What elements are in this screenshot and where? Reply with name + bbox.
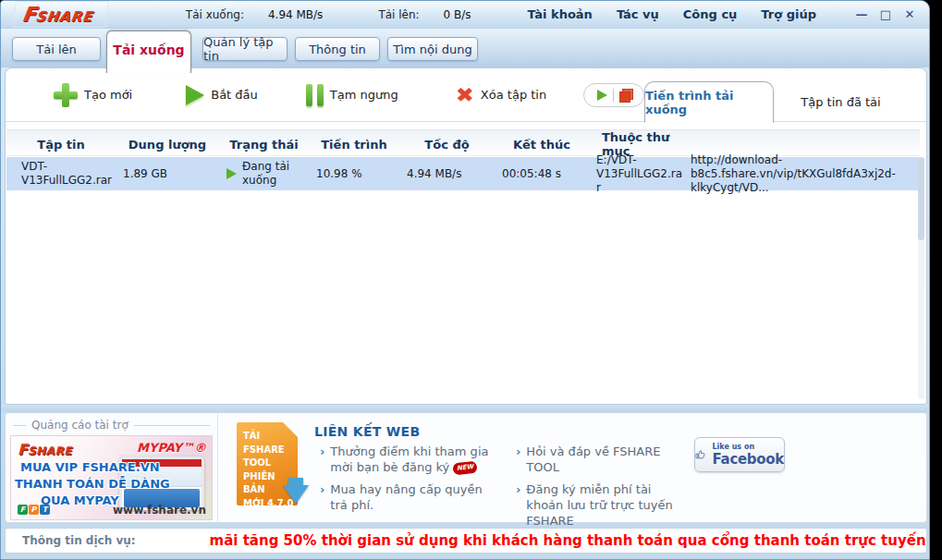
cell-file-name: VDT-V13FullLGG2.rar	[6, 160, 116, 188]
link-register-text: Đăng ký miễn phí tài khoản lưu trữ trực …	[526, 482, 691, 530]
banner-line2: THANH TOÁN DỄ DÀNG	[15, 477, 170, 491]
service-info-ticker: mãi tăng 50% thời gian sử dụng khi khách…	[210, 532, 927, 549]
banner-fshare-logo: FSHARE	[18, 441, 72, 458]
ad-column: Quảng cáo tài trợ FSHARE MYPAY™® MUA VIP…	[6, 413, 218, 522]
title-bar[interactable]: FSHARE Tải xuống: 4.94 MB/s Tải lên: 0 B…	[1, 1, 929, 29]
banner-website-url: www.fshare.vn	[113, 504, 206, 517]
link-register-free[interactable]: › Đăng ký miễn phí tài khoản lưu trữ trự…	[516, 482, 691, 530]
cell-progress: 10.98 %	[309, 167, 399, 181]
column-header-progress[interactable]: Tiến trình	[309, 138, 399, 152]
banner-line1: MUA VIP FSHARE.VN	[20, 460, 160, 474]
tab-file-manager[interactable]: Quản lý tập tin	[202, 37, 287, 61]
link-arrow-icon: ›	[320, 482, 324, 514]
window-controls: — □ ✕	[855, 7, 916, 21]
download-row-selected[interactable]: VDT-V13FullLGG2.rar 1.89 GB Đang tải xuố…	[6, 157, 920, 190]
footer-separator	[1, 405, 929, 412]
link-upgrade-paid[interactable]: › Mua hay nâng cấp quyền trả phí.	[320, 482, 495, 514]
banner-line3: QUA MYPAY	[41, 493, 119, 507]
tab-info[interactable]: Thông tin	[295, 37, 380, 61]
pill-divider	[613, 89, 614, 102]
column-header-speed[interactable]: Tốc độ	[399, 138, 495, 152]
delete-x-icon: ✖	[456, 86, 474, 104]
menu-help[interactable]: Trợ giúp	[761, 7, 816, 21]
scrollbar-thumb[interactable]	[918, 157, 924, 240]
service-info-bar: Thông tin dịch vụ: mãi tăng 50% thời gia…	[5, 528, 927, 554]
link-faq[interactable]: › Hỏi và đáp về FSHARE TOOL	[516, 444, 691, 476]
pause-icon	[306, 84, 324, 106]
footer-panel: Quảng cáo tài trợ FSHARE MYPAY™® MUA VIP…	[5, 412, 927, 523]
upload-speed-value: 0 B/s	[444, 8, 471, 21]
link-arrow-icon: ›	[516, 444, 520, 476]
minimize-button[interactable]: —	[855, 7, 868, 21]
quick-actions-pill[interactable]	[583, 83, 644, 107]
downloading-play-icon	[226, 168, 237, 179]
service-info-label: Thông tin dịch vụ:	[22, 534, 136, 547]
download-tool-badge[interactable]: TẢI FSHARE TOOL PHIÊN BẢN MỚI 4.7.0	[237, 422, 298, 505]
ad-divider-right	[134, 425, 210, 426]
upload-speed-label: Tải lên:	[378, 8, 419, 21]
play-icon	[186, 85, 204, 105]
pause-button[interactable]: Tạm ngưng	[306, 84, 398, 106]
new-download-button[interactable]: Tạo mới	[54, 83, 132, 107]
close-button[interactable]: ✕	[903, 7, 916, 21]
status-text: Đang tải xuống	[242, 160, 309, 188]
cell-status: Đang tải xuống	[219, 160, 309, 188]
banner-fpt-logo: FPT	[18, 505, 50, 515]
transfer-stats: Tải xuống: 4.94 MB/s Tải lên: 0 B/s	[186, 8, 471, 21]
link-faq-text: Hỏi và đáp về FSHARE TOOL	[526, 444, 691, 476]
cell-speed: 4.94 MB/s	[399, 167, 495, 181]
ad-label: Quảng cáo tài trợ	[31, 419, 128, 432]
menu-tools[interactable]: Công cụ	[683, 7, 738, 21]
facebook-small-text: Like us on	[713, 444, 784, 451]
shutdown-windows-icon[interactable]	[619, 89, 631, 101]
download-speed-value: 4.94 MB/s	[268, 8, 323, 21]
ad-label-row: Quảng cáo tài trợ	[13, 419, 210, 432]
delete-label: Xóa tập tin	[481, 88, 546, 102]
facebook-button-text: Like us on Facebook	[713, 444, 784, 467]
cell-eta: 00:05:48 s	[495, 167, 589, 181]
column-header-eta[interactable]: Kết thúc	[495, 138, 589, 152]
facebook-big-text: Facebook	[713, 453, 784, 467]
link-upgrade-text: Mua hay nâng cấp quyền trả phí.	[330, 482, 495, 514]
banner-mypay-logo: MYPAY™®	[137, 441, 206, 455]
tab-search-content[interactable]: Tìm nội dung	[387, 37, 478, 61]
facebook-like-button[interactable]: Like us on Facebook	[694, 437, 785, 472]
link-reward-points[interactable]: › Thưởng điểm khi tham gia mời bạn bè đă…	[320, 444, 495, 476]
column-header-file[interactable]: Tập tin	[6, 138, 116, 152]
link-arrow-icon: ›	[516, 482, 520, 530]
desktop-background: FSHARE Tải xuống: 4.94 MB/s Tải lên: 0 B…	[0, 0, 942, 560]
web-links-heading: LIÊN KẾT WEB	[314, 424, 420, 439]
table-scrollbar[interactable]	[918, 157, 924, 399]
fshare-tool-window: FSHARE Tải xuống: 4.94 MB/s Tải lên: 0 B…	[0, 0, 930, 560]
column-header-status[interactable]: Trạng thái	[219, 138, 309, 152]
new-download-label: Tạo mới	[84, 88, 132, 102]
view-tab-download-progress[interactable]: Tiến trình tải xuống	[644, 81, 774, 123]
start-label: Bắt đầu	[211, 88, 258, 102]
tab-download[interactable]: Tải xuống	[106, 30, 191, 73]
view-tab-downloaded-files[interactable]: Tập tin đã tải	[783, 81, 899, 122]
download-arrow-icon	[283, 485, 309, 504]
column-header-size[interactable]: Dung lượng	[116, 138, 219, 152]
tab-upload[interactable]: Tải lên	[12, 37, 101, 61]
plus-icon	[54, 83, 78, 107]
new-badge: NEW	[453, 461, 479, 476]
maximize-button[interactable]: □	[879, 7, 892, 21]
download-toolbar: Tạo mới Bắt đầu Tạm ngưng ✖ Xóa tập tin	[6, 68, 926, 122]
menu-bar: Tài khoản Tác vụ Công cụ Trợ giúp	[527, 7, 816, 21]
main-tab-bar: Tải lên Tải xuống Quản lý tập tin Thông …	[1, 29, 929, 67]
run-on-complete-icon[interactable]	[597, 90, 607, 101]
logo-text: SHARE	[34, 8, 93, 25]
ad-divider-left	[13, 425, 26, 426]
menu-account[interactable]: Tài khoản	[527, 7, 592, 21]
download-panel: Tạo mới Bắt đầu Tạm ngưng ✖ Xóa tập tin	[5, 67, 927, 405]
ad-banner-image[interactable]: FSHARE MYPAY™® MUA VIP FSHARE.VN THANH T…	[10, 435, 213, 520]
menu-tasks[interactable]: Tác vụ	[617, 7, 659, 21]
start-button[interactable]: Bắt đầu	[186, 85, 258, 105]
thumbs-up-icon	[695, 444, 706, 465]
web-links-column-1: › Thưởng điểm khi tham gia mời bạn bè đă…	[320, 444, 495, 520]
delete-file-button[interactable]: ✖ Xóa tập tin	[456, 85, 546, 105]
cell-file-size: 1.89 GB	[116, 167, 219, 181]
pause-label: Tạm ngưng	[330, 88, 398, 102]
link-arrow-icon: ›	[320, 444, 324, 476]
cell-folder: E:/VDT-V13FullLGG2.rar	[589, 153, 683, 195]
